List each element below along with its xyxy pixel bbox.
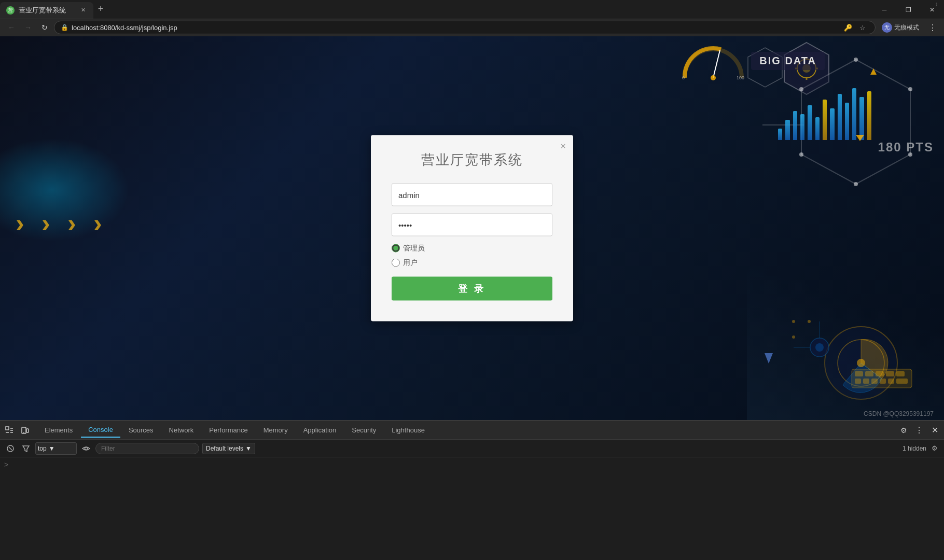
tab-close-icon[interactable]: ✕ xyxy=(79,6,87,15)
devtools-more-button[interactable]: ⋮ xyxy=(912,423,926,438)
filter-input[interactable] xyxy=(95,443,199,454)
sources-tab-label: Sources xyxy=(129,426,154,434)
tab-bar: 营 营业厅宽带系统 ✕ + ─ ❐ ✕ xyxy=(0,0,944,19)
back-icon: ← xyxy=(8,23,15,32)
device-toolbar-button[interactable] xyxy=(18,423,32,438)
console-settings-button[interactable]: ⚙ xyxy=(929,443,940,454)
tab-elements[interactable]: Elements xyxy=(37,423,80,438)
inspect-element-button[interactable] xyxy=(2,423,17,438)
chart-bar xyxy=(823,100,827,140)
devtools-close-button[interactable]: ✕ xyxy=(927,423,942,438)
security-tab-label: Security xyxy=(352,426,376,434)
lock-icon: 🔒 xyxy=(61,24,68,31)
pts-label: 180 PTS xyxy=(878,140,934,155)
svg-point-15 xyxy=(854,182,858,186)
context-dropdown-icon: ▼ xyxy=(49,445,55,452)
chart-bar xyxy=(808,105,812,140)
log-levels-arrow-icon: ▼ xyxy=(245,445,252,452)
radio-group: 管理员 用户 xyxy=(392,244,552,268)
chart-bar xyxy=(867,91,871,140)
memory-tab-label: Memory xyxy=(263,426,288,434)
context-label: top xyxy=(38,445,47,452)
tab-performance[interactable]: Performance xyxy=(202,423,255,438)
context-selector[interactable]: top ▼ xyxy=(35,442,77,455)
filter-button[interactable] xyxy=(20,442,32,455)
address-actions: 🔑 ☆ xyxy=(842,21,869,34)
dots-vertical-icon: ⋮ xyxy=(928,23,937,33)
minimize-icon: ─ xyxy=(882,6,887,13)
radio-user-input[interactable] xyxy=(392,259,400,267)
tab-application[interactable]: Application xyxy=(296,423,344,438)
password-input[interactable] xyxy=(392,214,552,236)
svg-point-55 xyxy=(85,447,88,450)
console-tab-label: Console xyxy=(88,426,113,433)
chart-bar xyxy=(830,108,834,140)
profile-button[interactable]: 无 无痕模式 xyxy=(878,21,923,34)
chart-area xyxy=(778,78,871,140)
star-icon[interactable]: ☆ xyxy=(856,21,869,34)
forward-button[interactable]: → xyxy=(21,20,35,35)
speedometer: 0 100 xyxy=(679,39,747,80)
hand-placeholder xyxy=(747,264,944,420)
minimize-button[interactable]: ─ xyxy=(872,0,896,20)
restore-icon: ❐ xyxy=(906,6,911,13)
close-icon: ✕ xyxy=(929,6,935,13)
svg-text:100: 100 xyxy=(737,75,744,80)
svg-point-16 xyxy=(799,152,803,157)
tab-console[interactable]: Console xyxy=(81,423,120,438)
hidden-count-badge: 1 hidden xyxy=(903,445,926,452)
radio-admin-label: 管理员 xyxy=(403,244,425,253)
dots-vertical-icon: ⋮ xyxy=(915,425,923,435)
page-content: › › › › 0 100 xyxy=(0,36,944,420)
application-tab-label: Application xyxy=(303,426,337,434)
radio-user[interactable]: 用户 xyxy=(392,258,552,268)
devtools-settings-button[interactable]: ⚙ xyxy=(896,423,911,438)
console-prompt-icon: > xyxy=(4,460,8,469)
refresh-button[interactable]: ↻ xyxy=(37,20,52,35)
svg-point-1 xyxy=(711,75,716,80)
active-tab[interactable]: 营 营业厅宽带系统 ✕ xyxy=(0,2,93,19)
tab-sources[interactable]: Sources xyxy=(121,423,161,438)
nav-bar: ← → ↻ 🔒 localhost:8080/kd-ssmj/jsp/login… xyxy=(0,19,944,36)
tab-network[interactable]: Network xyxy=(162,423,201,438)
tab-lighthouse[interactable]: Lighthouse xyxy=(384,423,432,438)
window-controls: ─ ❐ ✕ xyxy=(872,0,944,20)
modal-close-icon[interactable]: × xyxy=(560,142,566,151)
menu-button[interactable]: ⋮ xyxy=(925,20,940,35)
clear-console-button[interactable] xyxy=(4,442,17,455)
tab-memory[interactable]: Memory xyxy=(256,423,295,438)
radio-admin-input[interactable] xyxy=(392,244,400,253)
close-button[interactable]: ✕ xyxy=(920,0,944,20)
chevron-arrow-1: › xyxy=(16,210,24,236)
login-button[interactable]: 登 录 xyxy=(392,277,552,301)
tech-viz: 0 100 xyxy=(633,36,944,420)
modal-title: 营业厅宽带系统 xyxy=(392,151,552,169)
username-input[interactable] xyxy=(392,184,552,206)
console-gear-icon: ⚙ xyxy=(932,444,938,452)
radio-admin[interactable]: 管理员 xyxy=(392,244,552,253)
chart-bar xyxy=(845,103,849,140)
tab-title: 营业厅宽带系统 xyxy=(19,6,75,15)
lighthouse-tab-label: Lighthouse xyxy=(392,426,425,434)
performance-tab-label: Performance xyxy=(209,426,247,434)
tab-security[interactable]: Security xyxy=(344,423,383,438)
profile-label: 无痕模式 xyxy=(894,23,919,32)
new-tab-button[interactable]: + xyxy=(93,2,108,17)
login-modal: × 营业厅宽带系统 管理员 用户 登 录 xyxy=(371,135,573,321)
browser-chrome: 营 营业厅宽带系统 ✕ + ─ ❐ ✕ ← → ↻ xyxy=(0,0,944,36)
refresh-icon: ↻ xyxy=(41,23,48,32)
restore-button[interactable]: ❐ xyxy=(896,0,920,20)
close-devtools-icon: ✕ xyxy=(932,425,938,435)
svg-marker-20 xyxy=(870,68,877,75)
key-icon: 🔑 xyxy=(842,21,854,34)
svg-text:0: 0 xyxy=(682,75,685,80)
csdn-watermark: CSDN @QQ3295391197 xyxy=(864,410,934,417)
big-data-label: BIG DATA xyxy=(751,52,825,70)
address-bar[interactable]: 🔒 localhost:8080/kd-ssmj/jsp/login.jsp 🔑… xyxy=(54,21,876,34)
chevron-arrow-3: › xyxy=(67,210,76,236)
settings-gear-icon: ⚙ xyxy=(900,426,907,435)
chart-bar xyxy=(785,120,789,140)
live-expressions-button[interactable] xyxy=(80,442,92,455)
back-button[interactable]: ← xyxy=(4,20,19,35)
log-levels-selector[interactable]: Default levels ▼ xyxy=(202,443,255,454)
